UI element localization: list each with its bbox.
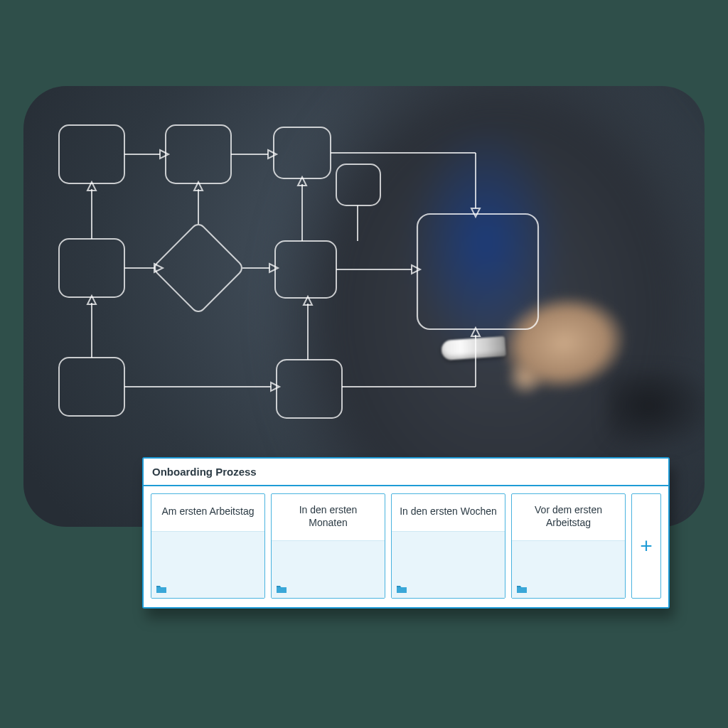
svg-rect-38 bbox=[277, 586, 280, 587]
svg-rect-4 bbox=[59, 239, 124, 297]
folder-icon bbox=[396, 584, 407, 594]
svg-marker-13 bbox=[268, 150, 277, 159]
add-card-button[interactable]: + bbox=[631, 493, 661, 599]
svg-marker-23 bbox=[269, 264, 278, 272]
card-body bbox=[512, 540, 625, 598]
svg-marker-32 bbox=[271, 382, 279, 391]
card-title: In den ersten Monaten bbox=[272, 494, 385, 540]
svg-rect-1 bbox=[166, 125, 231, 183]
onboarding-panel: Onboarding Prozess Am ersten Arbeitstag … bbox=[142, 457, 670, 609]
svg-rect-5 bbox=[152, 222, 245, 314]
svg-rect-37 bbox=[156, 586, 160, 587]
folder-icon bbox=[156, 584, 167, 594]
panel-body: Am ersten Arbeitstag In den ersten Monat… bbox=[144, 486, 668, 607]
svg-rect-8 bbox=[277, 360, 342, 418]
svg-rect-6 bbox=[275, 241, 336, 298]
folder-icon bbox=[516, 584, 528, 594]
svg-rect-9 bbox=[417, 214, 538, 329]
card-body bbox=[272, 540, 385, 598]
svg-rect-3 bbox=[336, 164, 380, 205]
svg-rect-0 bbox=[59, 125, 124, 183]
card-title: Am ersten Arbeitstag bbox=[151, 494, 264, 531]
svg-rect-2 bbox=[274, 127, 331, 178]
card-body bbox=[151, 531, 264, 598]
onboarding-card[interactable]: In den ersten Wochen bbox=[391, 493, 505, 599]
svg-rect-7 bbox=[59, 358, 124, 416]
svg-rect-39 bbox=[397, 586, 400, 587]
svg-rect-40 bbox=[517, 586, 520, 587]
onboarding-card[interactable]: In den ersten Monaten bbox=[271, 493, 385, 599]
panel-title: Onboarding Prozess bbox=[152, 466, 660, 478]
card-title: In den ersten Wochen bbox=[392, 494, 505, 531]
svg-marker-11 bbox=[160, 150, 168, 159]
panel-header: Onboarding Prozess bbox=[144, 459, 668, 486]
svg-marker-30 bbox=[412, 265, 420, 274]
folder-icon bbox=[276, 584, 287, 594]
card-title: Vor dem ersten Arbeitstag bbox=[512, 494, 625, 540]
onboarding-card[interactable]: Vor dem ersten Arbeitstag bbox=[511, 493, 626, 599]
card-body bbox=[392, 531, 505, 598]
svg-marker-15 bbox=[471, 208, 480, 217]
onboarding-card[interactable]: Am ersten Arbeitstag bbox=[151, 493, 265, 599]
